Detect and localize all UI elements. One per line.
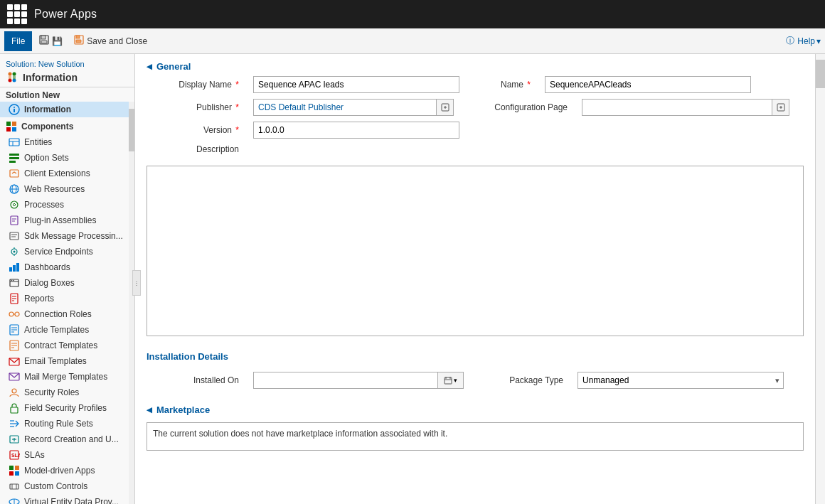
help-button[interactable]: Help ▾: [797, 36, 821, 46]
marketplace-collapse-icon[interactable]: ◀: [147, 406, 152, 414]
save-close-button[interactable]: Save and Close: [70, 31, 151, 51]
svg-rect-18: [12, 127, 16, 132]
svg-rect-30: [11, 216, 18, 225]
publisher-label: Publisher *: [147, 102, 239, 112]
publisher-lookup-icon: [441, 103, 449, 112]
sidebar-item-model-driven[interactable]: Model-driven Apps: [0, 463, 129, 478]
sidebar-item-dashboards-label: Dashboards: [24, 262, 70, 272]
sidebar-item-record-creation[interactable]: Record Creation and U...: [0, 431, 129, 447]
publisher-lookup-button[interactable]: [437, 99, 454, 116]
sidebar-item-sdk-message[interactable]: Sdk Message Processin...: [0, 228, 129, 244]
web-resources-icon: [9, 183, 20, 195]
name-required: *: [525, 80, 531, 90]
sidebar-item-option-sets[interactable]: Option Sets: [0, 150, 129, 166]
sidebar-item-mail-merge[interactable]: Mail Merge Templates: [0, 369, 129, 385]
install-row: Installed On ▾ Package: [147, 372, 804, 389]
sidebar-scrollbar[interactable]: [129, 102, 134, 504]
sidebar-item-processes[interactable]: Processes: [0, 197, 129, 213]
marketplace-title-label: Marketplace: [156, 404, 210, 415]
sidebar-item-plugin-assemblies-label: Plug-in Assemblies: [24, 215, 96, 225]
solution-link[interactable]: Solution: New Solution: [6, 60, 129, 68]
save-label: 💾: [52, 36, 63, 46]
main-layout: Solution: New Solution Information Solut…: [0, 54, 825, 504]
connection-roles-icon: [9, 309, 20, 320]
config-page-label: Configuration Page: [468, 102, 568, 112]
sidebar-item-article-templates-label: Article Templates: [24, 325, 89, 335]
general-section-title: ◀ General: [135, 54, 815, 76]
description-textarea[interactable]: [147, 166, 804, 336]
sidebar-item-article-templates[interactable]: Article Templates: [0, 322, 129, 338]
sidebar-item-service-endpoints[interactable]: Service Endpoints: [0, 244, 129, 259]
plugin-assemblies-icon: [9, 215, 20, 226]
svg-rect-40: [9, 267, 12, 272]
general-collapse-icon[interactable]: ◀: [147, 63, 152, 70]
display-name-row: Display Name * Name *: [147, 76, 804, 93]
name-input[interactable]: [545, 76, 751, 93]
sidebar-item-web-resources[interactable]: Web Resources: [0, 181, 129, 197]
install-section-title: Installation Details: [135, 344, 815, 366]
sidebar-scrollbar-thumb[interactable]: [129, 109, 134, 151]
svg-point-7: [13, 73, 16, 76]
sidebar-item-slas[interactable]: SLA SLAs: [0, 447, 129, 463]
sidebar-scroll-container: Information Components Entities: [0, 102, 134, 504]
sidebar-item-field-security[interactable]: Field Security Profiles: [0, 400, 129, 416]
right-scrollbar[interactable]: [815, 54, 825, 504]
installed-on-input[interactable]: [253, 372, 438, 389]
client-extensions-icon: [9, 168, 20, 179]
marketplace-text: The current solution does not have marke…: [147, 422, 804, 451]
sidebar-item-dialog-boxes[interactable]: Dialog Boxes: [0, 275, 129, 291]
save-button[interactable]: 💾: [35, 31, 67, 51]
waffle-icon[interactable]: [7, 4, 27, 24]
config-page-lookup-button[interactable]: [772, 99, 789, 116]
contract-templates-icon: [9, 340, 20, 351]
sidebar-item-email-templates[interactable]: Email Templates: [0, 353, 129, 369]
sidebar-item-option-sets-label: Option Sets: [24, 153, 69, 163]
sidebar-item-client-extensions-label: Client Extensions: [24, 168, 90, 178]
sidebar-item-components-label: Components: [21, 122, 73, 132]
toolbar: File 💾 Save and Close ⓘ Help ▾: [0, 28, 825, 54]
publisher-row: Publisher * Configuration Page: [147, 99, 804, 116]
sidebar-collapse-handle[interactable]: ⋮: [132, 270, 135, 296]
package-type-select[interactable]: Unmanaged Managed: [578, 372, 784, 389]
display-name-input[interactable]: [253, 76, 459, 93]
svg-rect-11: [13, 76, 16, 80]
information-icon: [9, 104, 20, 115]
sidebar-item-entities[interactable]: Entities: [0, 134, 129, 150]
sidebar-item-field-security-label: Field Security Profiles: [24, 403, 107, 413]
sidebar-item-information-label: Information: [24, 104, 71, 114]
config-page-input[interactable]: [582, 99, 772, 116]
sidebar-item-record-creation-label: Record Creation and U...: [24, 434, 119, 444]
sidebar-item-virtual-entity-prov[interactable]: Virtual Entity Data Prov...: [0, 494, 129, 504]
calendar-button[interactable]: ▾: [438, 372, 464, 389]
sidebar-item-components[interactable]: Components: [0, 119, 129, 134]
sidebar-item-security-roles-label: Security Roles: [24, 387, 79, 397]
sidebar-item-custom-controls[interactable]: Custom Controls: [0, 478, 129, 494]
svg-text:SLA: SLA: [11, 453, 20, 458]
version-input[interactable]: [253, 122, 459, 139]
solution-new-label: Solution New: [0, 87, 134, 102]
sdk-message-icon: [9, 230, 20, 242]
sidebar-item-connection-roles[interactable]: Connection Roles: [0, 306, 129, 322]
svg-rect-65: [11, 407, 18, 413]
sidebar-item-client-extensions[interactable]: Client Extensions: [0, 166, 129, 181]
svg-rect-77: [15, 471, 19, 476]
file-button[interactable]: File: [4, 31, 32, 51]
svg-rect-24: [9, 161, 16, 163]
sidebar-item-mail-merge-label: Mail Merge Templates: [24, 372, 107, 382]
svg-rect-33: [10, 232, 18, 240]
publisher-required: *: [233, 102, 239, 112]
right-scrollbar-thumb[interactable]: [816, 60, 825, 88]
sidebar-item-reports[interactable]: Reports: [0, 291, 129, 306]
sidebar-item-contract-templates[interactable]: Contract Templates: [0, 338, 129, 353]
help-icon: ⓘ: [786, 35, 794, 47]
svg-rect-16: [12, 122, 16, 126]
svg-point-46: [13, 280, 14, 282]
svg-point-45: [11, 280, 13, 282]
sidebar-item-information[interactable]: Information: [0, 102, 129, 117]
sidebar-item-plugin-assemblies[interactable]: Plug-in Assemblies: [0, 213, 129, 228]
sidebar-item-contract-templates-label: Contract Templates: [24, 341, 97, 350]
sidebar-item-routing-rules[interactable]: Routing Rule Sets: [0, 416, 129, 431]
sidebar-item-security-roles[interactable]: Security Roles: [0, 385, 129, 400]
publisher-input[interactable]: [253, 99, 437, 116]
sidebar-item-dashboards[interactable]: Dashboards: [0, 259, 129, 275]
